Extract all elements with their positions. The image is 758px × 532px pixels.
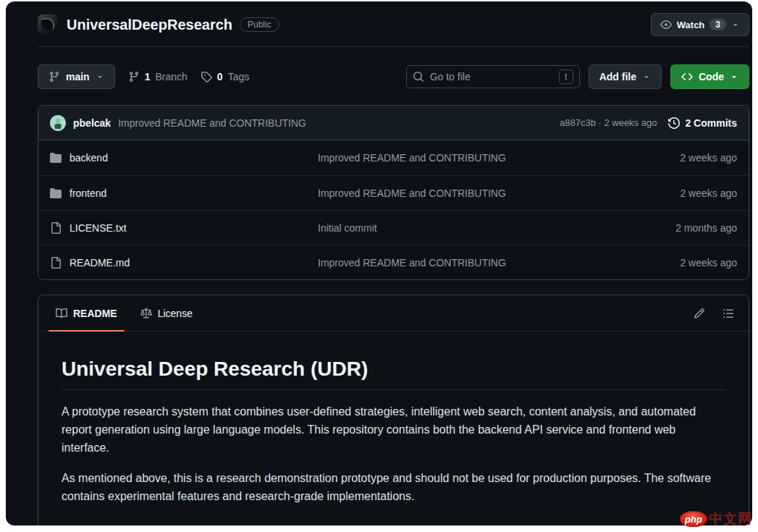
watermark-text: 中文网 bbox=[709, 510, 752, 528]
readme-title: Universal Deep Research (UDR) bbox=[62, 358, 725, 390]
file-commit-message[interactable]: Improved README and CONTRIBUTING bbox=[318, 152, 628, 164]
commit-history-link[interactable]: 2 Commits bbox=[668, 117, 737, 129]
git-branch-icon bbox=[49, 71, 60, 83]
screenshot-viewport: UniversalDeepResearch Public Watch 3 mai… bbox=[0, 0, 758, 532]
file-commit-time: 2 months ago bbox=[628, 222, 737, 234]
header-divider bbox=[38, 46, 749, 47]
file-commit-message[interactable]: Improved README and CONTRIBUTING bbox=[318, 257, 628, 269]
file-name: LICENSE.txt bbox=[70, 222, 127, 234]
add-file-label: Add file bbox=[599, 71, 636, 83]
git-branch-icon bbox=[128, 71, 140, 83]
table-row[interactable]: frontend Improved README and CONTRIBUTIN… bbox=[38, 175, 749, 210]
tab-license[interactable]: License bbox=[133, 295, 200, 331]
file-icon bbox=[50, 222, 62, 234]
file-browser-card: pbelcak Improved README and CONTRIBUTING… bbox=[38, 105, 749, 280]
tags-label: Tags bbox=[228, 71, 250, 83]
watermark: php 中文网 bbox=[680, 510, 752, 528]
readme-paragraph: As mentioned above, this is a research d… bbox=[62, 470, 725, 506]
repo-avatar bbox=[38, 14, 58, 35]
history-icon bbox=[668, 117, 680, 129]
watermark-logo: php bbox=[680, 511, 707, 527]
file-name-cell[interactable]: LICENSE.txt bbox=[50, 222, 318, 234]
code-button[interactable]: Code bbox=[670, 64, 749, 89]
github-repo-page: UniversalDeepResearch Public Watch 3 mai… bbox=[6, 1, 752, 525]
file-commit-message[interactable]: Initial commit bbox=[318, 222, 628, 234]
tab-license-label: License bbox=[158, 308, 193, 319]
table-row[interactable]: backend Improved README and CONTRIBUTING… bbox=[38, 140, 749, 175]
file-icon bbox=[50, 257, 62, 269]
file-commit-time: 2 weeks ago bbox=[628, 187, 737, 199]
search-icon bbox=[413, 71, 424, 83]
tab-readme-label: README bbox=[73, 308, 117, 319]
file-name: backend bbox=[70, 152, 108, 164]
readme-content: Universal Deep Research (UDR) A prototyp… bbox=[38, 332, 749, 525]
repo-name[interactable]: UniversalDeepResearch bbox=[67, 17, 232, 33]
commit-author[interactable]: pbelcak bbox=[73, 117, 111, 129]
branch-selector-button[interactable]: main bbox=[38, 64, 115, 89]
chevron-down-icon bbox=[642, 72, 651, 81]
folder-icon bbox=[50, 187, 62, 199]
tab-readme[interactable]: README bbox=[49, 295, 125, 331]
commit-sha-time[interactable]: a887c3b · 2 weeks ago bbox=[560, 117, 657, 128]
book-icon bbox=[56, 308, 67, 319]
code-icon bbox=[681, 71, 693, 83]
file-name-cell[interactable]: frontend bbox=[50, 187, 318, 199]
pencil-icon[interactable] bbox=[694, 308, 705, 319]
search-placeholder: Go to file bbox=[430, 71, 471, 83]
chevron-down-icon bbox=[96, 72, 104, 81]
search-shortcut-key: t bbox=[559, 69, 573, 84]
branch-name-label: main bbox=[66, 71, 90, 83]
file-table-body: backend Improved README and CONTRIBUTING… bbox=[38, 140, 749, 279]
repo-header: UniversalDeepResearch Public Watch 3 bbox=[38, 10, 749, 39]
law-icon bbox=[140, 308, 152, 319]
chevron-down-icon bbox=[730, 72, 738, 81]
commit-author-avatar[interactable] bbox=[50, 115, 66, 131]
commits-count-label: 2 Commits bbox=[685, 117, 737, 129]
file-commit-message[interactable]: Improved README and CONTRIBUTING bbox=[318, 187, 628, 199]
eye-icon bbox=[660, 19, 672, 30]
readme-tab-bar: README License bbox=[38, 295, 749, 332]
readme-actions bbox=[694, 295, 749, 331]
branches-label: Branch bbox=[155, 71, 187, 83]
visibility-badge: Public bbox=[240, 17, 279, 32]
code-label: Code bbox=[699, 71, 724, 83]
list-icon[interactable] bbox=[723, 308, 734, 319]
tags-link[interactable]: 0 Tags bbox=[201, 71, 249, 83]
latest-commit-bar: pbelcak Improved README and CONTRIBUTING… bbox=[38, 106, 749, 140]
tags-count: 0 bbox=[217, 71, 223, 83]
table-row[interactable]: README.md Improved README and CONTRIBUTI… bbox=[38, 245, 749, 279]
file-commit-time: 2 weeks ago bbox=[628, 152, 737, 164]
watch-count-badge: 3 bbox=[709, 19, 726, 30]
add-file-button[interactable]: Add file bbox=[589, 64, 662, 89]
file-name-cell[interactable]: backend bbox=[50, 152, 318, 164]
table-row[interactable]: LICENSE.txt Initial commit 2 months ago bbox=[38, 210, 749, 245]
watch-label: Watch bbox=[677, 20, 705, 30]
branches-link[interactable]: 1 Branch bbox=[128, 71, 188, 83]
folder-icon bbox=[50, 152, 62, 164]
watch-button[interactable]: Watch 3 bbox=[651, 13, 749, 36]
readme-card: README License Universal Deep Research (… bbox=[38, 295, 749, 525]
chevron-down-icon bbox=[731, 20, 740, 29]
commit-message[interactable]: Improved README and CONTRIBUTING bbox=[118, 117, 306, 129]
file-commit-time: 2 weeks ago bbox=[628, 257, 737, 269]
go-to-file-input[interactable]: Go to file t bbox=[406, 65, 580, 88]
readme-paragraph: A prototype research system that combine… bbox=[62, 403, 725, 457]
file-name: README.md bbox=[70, 257, 130, 269]
file-name-cell[interactable]: README.md bbox=[50, 257, 318, 269]
file-name: frontend bbox=[70, 187, 106, 199]
branches-count: 1 bbox=[145, 71, 151, 83]
repo-toolbar: main 1 Branch 0 Tags Go to file t bbox=[38, 64, 749, 89]
tag-icon bbox=[201, 71, 212, 83]
